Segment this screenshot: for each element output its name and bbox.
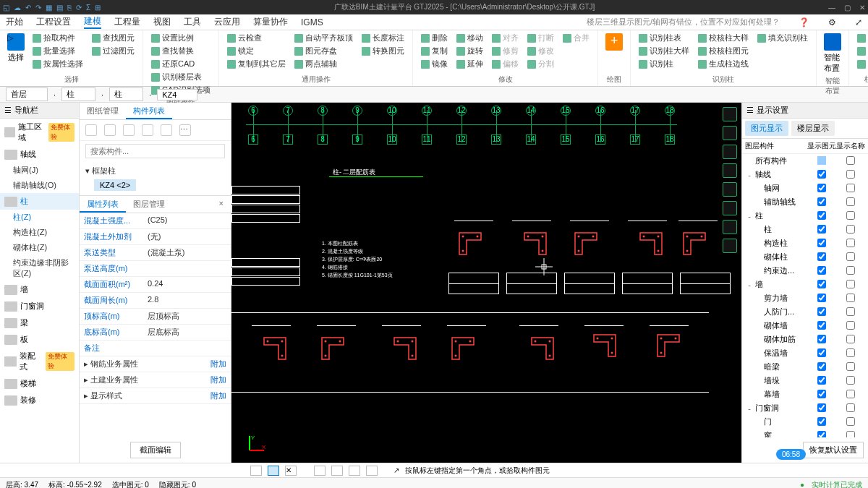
display-row[interactable]: 门 (742, 415, 868, 429)
ribbon-校核柱图元[interactable]: 校核柱图元 (696, 45, 751, 57)
drawing-canvas[interactable]: YX 6677889910101111121213131414151516161… (231, 103, 741, 463)
ribbon-长度标注[interactable]: 长度标注 (359, 32, 407, 44)
ribbon-拾取构件[interactable]: 拾取构件 (30, 32, 85, 44)
ribbon-图元存盘[interactable]: 图元存盘 (292, 45, 355, 57)
display-row[interactable]: 保温墙 (742, 346, 868, 360)
ribbon-设置比例[interactable]: 设置比例 (149, 32, 213, 44)
mode-button[interactable] (366, 466, 378, 476)
display-row[interactable]: 墙垛 (742, 374, 868, 388)
nav-轴线[interactable]: 轴线 (0, 146, 79, 163)
ribbon-生成柱边线[interactable]: 生成柱边线 (696, 58, 751, 70)
ribbon-识别柱大样[interactable]: 识别柱大样 (637, 45, 692, 57)
ribbon-旋转[interactable]: 旋转 (454, 45, 485, 57)
ribbon-校核柱大样[interactable]: 校核柱大样 (696, 32, 751, 44)
qat-icon[interactable]: ⊞ (95, 4, 101, 12)
ribbon-复制到其它层[interactable]: 复制到其它层 (225, 58, 288, 70)
ribbon-对齐[interactable]: 对齐 (490, 32, 521, 44)
prop-row[interactable]: 混凝土外加剂(无) (80, 229, 231, 245)
mode-button[interactable] (331, 466, 343, 476)
nav-楼梯[interactable]: 楼梯 (0, 375, 79, 392)
draw-button[interactable]: + (604, 32, 624, 52)
category-select[interactable]: 柱 (61, 87, 95, 101)
ribbon-分割[interactable]: 分割 (525, 58, 556, 70)
display-row[interactable]: 砌体墙 (742, 319, 868, 333)
view-control[interactable] (723, 201, 737, 215)
view-control[interactable] (723, 163, 737, 178)
ribbon-镜像[interactable]: 镜像 (419, 58, 450, 70)
maximize-icon[interactable]: ▢ (844, 4, 851, 12)
ribbon-修改[interactable]: 修改 (525, 45, 556, 57)
ribbon-过滤图元[interactable]: 过滤图元 (90, 45, 137, 57)
prop-row[interactable]: 备注 (80, 341, 231, 356)
ribbon-识别柱[interactable]: 识别柱 (637, 58, 692, 70)
menu-icon[interactable]: ⤢ (855, 17, 862, 27)
ribbon-识别柱表[interactable]: 识别柱表 (637, 32, 692, 44)
nav-sub-构造柱(Z)[interactable]: 构造柱(Z) (0, 225, 79, 240)
qat-icon[interactable]: ↶ (25, 4, 31, 12)
ribbon-合并[interactable]: 合并 (561, 32, 592, 44)
ribbon-偏移[interactable]: 偏移 (490, 58, 521, 70)
ribbon-自动平齐板顶[interactable]: 自动平齐板顶 (292, 32, 355, 44)
tree-category[interactable]: ▾ 框架柱 (85, 164, 225, 178)
mode-button[interactable] (349, 466, 360, 476)
tab-图层管理[interactable]: 图层管理 (126, 196, 172, 213)
display-row[interactable]: 轴网 (742, 181, 868, 195)
qat-icon[interactable]: Σ (86, 4, 90, 12)
prop-row[interactable]: 顶标高(m)层顶标高 (80, 309, 231, 325)
qat-icon[interactable]: ⎘ (67, 4, 72, 12)
ribbon-批量选择[interactable]: 批量选择 (30, 45, 85, 57)
tab-属性列表[interactable]: 属性列表 (80, 196, 126, 213)
ribbon-转换图元[interactable]: 转换图元 (359, 45, 407, 57)
view-cube[interactable] (723, 107, 737, 121)
prop-row[interactable]: 底标高(m)层底标高 (80, 325, 231, 341)
nav-板[interactable]: 板 (0, 331, 79, 348)
nav-sub-轴网(J)[interactable]: 轴网(J) (0, 163, 79, 178)
display-row[interactable]: 幕墙 (742, 388, 868, 401)
qat-icon[interactable]: ▤ (56, 4, 63, 12)
search-input[interactable] (85, 144, 225, 158)
prop-group[interactable]: ▸ 钢筋业务属性附加 (80, 356, 231, 372)
display-row[interactable]: 暗梁 (742, 360, 868, 374)
ribbon-修剪[interactable]: 修剪 (490, 45, 521, 57)
restore-defaults-button[interactable]: 恢复默认设置 (803, 442, 864, 458)
menu-icon[interactable]: ⚙ (828, 17, 836, 27)
select-tool[interactable]: ▷选择 (6, 32, 26, 64)
display-row[interactable]: 柱 (742, 223, 868, 236)
view-control[interactable] (723, 220, 737, 234)
nav-sub-辅助轴线(O)[interactable]: 辅助轴线(O) (0, 178, 79, 193)
prop-group[interactable]: ▸ 土建业务属性附加 (80, 372, 231, 388)
close-icon[interactable]: ✕ (859, 4, 865, 12)
smart-layout[interactable]: 智能布置 (822, 32, 843, 75)
prop-row[interactable]: 泵送高度(m) (80, 261, 231, 277)
nav-墙[interactable]: 墙 (0, 281, 79, 298)
ribbon-查找替换[interactable]: 查找替换 (149, 45, 213, 57)
qat-icon[interactable]: ▦ (46, 4, 52, 12)
nav-装修[interactable]: 装修 (0, 392, 79, 408)
new-button[interactable] (85, 124, 97, 136)
floor-select[interactable]: 首层 (6, 87, 48, 101)
qat-icon[interactable]: ☁ (14, 4, 21, 12)
menu-icon[interactable]: ❓ (799, 17, 809, 27)
ribbon-延伸[interactable]: 延伸 (454, 58, 485, 70)
display-row[interactable]: -轴线 (742, 168, 868, 181)
menu-工具[interactable]: 工具 (184, 16, 201, 28)
nav-梁[interactable]: 梁 (0, 314, 79, 331)
display-row[interactable]: 构造柱 (742, 236, 868, 250)
qat-icon[interactable]: ⟳ (76, 4, 82, 12)
display-row[interactable]: 剪力墙 (742, 291, 868, 305)
display-row[interactable]: -柱 (742, 209, 868, 223)
menu-算量协作[interactable]: 算量协作 (253, 16, 288, 28)
ribbon-删除[interactable]: 删除 (419, 32, 450, 44)
interlayer-button[interactable] (161, 124, 172, 136)
prop-group[interactable]: ▸ 显示样式附加 (80, 388, 231, 404)
menu-开始[interactable]: 开始 (6, 16, 23, 28)
ribbon-还原CAD[interactable]: 还原CAD (149, 58, 213, 70)
snap-button[interactable] (250, 466, 262, 476)
menu-IGMS[interactable]: IGMS (301, 17, 323, 27)
mode-button[interactable] (314, 466, 326, 476)
prop-row[interactable]: 截面周长(m)2.8 (80, 293, 231, 309)
ribbon-复制[interactable]: 复制 (419, 45, 450, 57)
more-button[interactable]: ⋯ (179, 124, 191, 136)
ribbon-两点辅轴[interactable]: 两点辅轴 (292, 58, 355, 70)
nav-sub-约束边缘非阴影区(Z)[interactable]: 约束边缘非阴影区(Z) (0, 255, 79, 281)
